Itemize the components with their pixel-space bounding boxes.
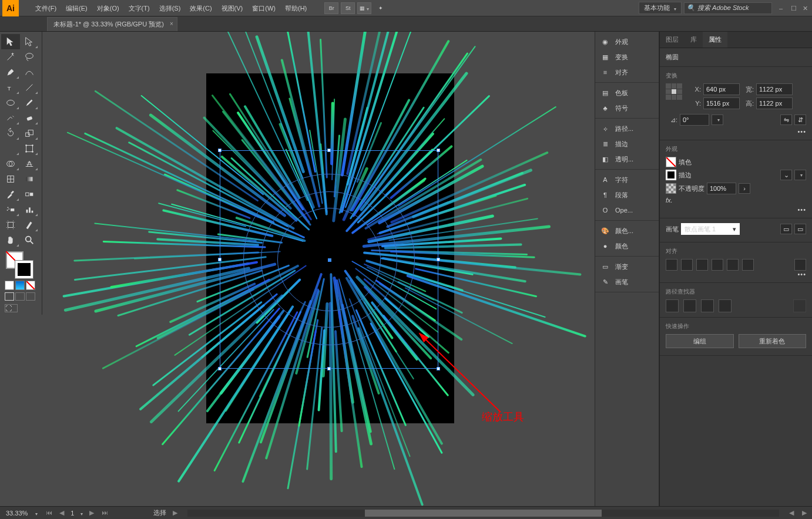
dock-panel-item[interactable]: ▦变换 <box>595 49 659 65</box>
color-mode-gradient[interactable] <box>15 281 25 290</box>
fill-swatch-sm[interactable] <box>666 157 676 167</box>
slice-tool[interactable] <box>20 217 39 232</box>
align-right[interactable] <box>696 259 708 271</box>
zoom-dropdown[interactable] <box>31 510 40 517</box>
dock-panel-item[interactable]: ▤色板 <box>595 85 659 100</box>
align-more-icon[interactable]: ••• <box>666 271 806 278</box>
hand-tool[interactable] <box>1 232 20 248</box>
artboard-next[interactable]: ▶ <box>88 509 96 517</box>
draw-mode-normal[interactable] <box>5 292 14 301</box>
gpu-icon[interactable]: ✦ <box>374 2 388 14</box>
menu-edit[interactable]: 编辑(E) <box>61 0 92 16</box>
selection-handle[interactable] <box>218 149 222 152</box>
selection-handle[interactable] <box>437 367 440 370</box>
artboard-tool[interactable] <box>1 217 20 232</box>
artboard-first[interactable]: ⏮ <box>45 509 53 517</box>
artboard-last[interactable]: ⏭ <box>100 509 109 517</box>
pf-minus[interactable] <box>683 299 696 312</box>
quick-group-button[interactable]: 编组 <box>666 334 734 348</box>
stroke-weight-stepper[interactable]: ⌄ <box>780 170 792 180</box>
w-input[interactable] <box>756 83 793 95</box>
menu-file[interactable]: 文件(F) <box>31 0 61 16</box>
gradient-tool[interactable] <box>20 171 39 187</box>
x-input[interactable] <box>703 83 740 95</box>
selection-tool[interactable] <box>1 34 20 49</box>
brush-opts-2[interactable]: ▭ <box>794 224 806 234</box>
fx-label[interactable]: fx. <box>666 197 673 204</box>
dock-panel-item[interactable]: ♣符号 <box>595 100 659 116</box>
document-tab[interactable]: 未标题-1* @ 33.33% (RGB/GPU 预览) × <box>47 17 177 31</box>
appearance-more-icon[interactable]: ••• <box>666 206 806 213</box>
rotate-tool[interactable] <box>1 126 20 141</box>
ellipse-tool[interactable] <box>1 95 20 110</box>
color-swatches[interactable] <box>1 251 41 278</box>
reference-point-grid[interactable] <box>666 83 682 100</box>
artboard-dropdown[interactable] <box>79 510 83 517</box>
shaper-tool[interactable] <box>1 110 20 126</box>
zoom-value[interactable]: 33.33% <box>4 510 30 517</box>
hscroll-thumb[interactable] <box>365 510 602 517</box>
document-tab-close-icon[interactable]: × <box>170 21 173 27</box>
dock-panel-item[interactable]: ✎画笔 <box>595 274 659 289</box>
dock-panel-item[interactable]: ◉外观 <box>595 34 659 49</box>
selection-handle[interactable] <box>218 367 222 370</box>
symbol-sprayer-tool[interactable] <box>1 202 20 217</box>
align-hcenter[interactable] <box>681 259 693 271</box>
angle-input[interactable] <box>680 114 709 126</box>
angle-dropdown[interactable] <box>712 114 723 125</box>
draw-mode-behind[interactable] <box>15 292 25 301</box>
workspace-switcher[interactable]: 基本功能 <box>639 2 682 14</box>
direct-selection-tool[interactable] <box>20 34 39 49</box>
flip-v-button[interactable]: ⇵ <box>794 114 806 125</box>
tab-layers[interactable]: 图层 <box>660 32 685 48</box>
tab-libraries[interactable]: 库 <box>685 32 703 48</box>
mesh-tool[interactable] <box>1 171 20 187</box>
canvas-area[interactable]: 缩放工具 <box>42 32 595 506</box>
pf-intersect[interactable] <box>701 299 714 312</box>
pf-expand[interactable] <box>793 299 806 312</box>
pen-tool[interactable] <box>1 65 20 80</box>
dock-panel-item[interactable]: ◧透明... <box>595 151 659 167</box>
artboard-prev[interactable]: ◀ <box>58 509 66 517</box>
selection-handle[interactable] <box>437 258 440 261</box>
opacity-input[interactable] <box>707 183 736 194</box>
screen-mode-button[interactable]: ⛶ <box>5 304 18 312</box>
blend-tool[interactable] <box>20 187 39 202</box>
h-input[interactable] <box>756 97 793 109</box>
menu-select[interactable]: 选择(S) <box>155 0 186 16</box>
opacity-arrow[interactable]: › <box>739 183 750 194</box>
menu-help[interactable]: 帮助(H) <box>280 0 311 16</box>
stroke-swatch[interactable] <box>15 261 33 278</box>
dock-panel-item[interactable]: ¶段落 <box>595 187 659 203</box>
menu-object[interactable]: 对象(O) <box>92 0 124 16</box>
dock-panel-item[interactable]: ●颜色 <box>595 238 659 254</box>
dock-panel-item[interactable]: 🎨颜色... <box>595 223 659 238</box>
align-left[interactable] <box>666 259 677 271</box>
eyedropper-tool[interactable] <box>1 187 20 202</box>
tab-properties[interactable]: 属性 <box>703 32 727 48</box>
shape-builder-tool[interactable] <box>1 156 20 171</box>
stroke-weight-dropdown[interactable] <box>794 170 806 180</box>
type-tool[interactable]: T <box>1 80 20 95</box>
align-distribute[interactable] <box>794 259 806 271</box>
artboard-index[interactable]: 1 <box>71 510 74 517</box>
transform-more-icon[interactable]: ••• <box>666 128 806 135</box>
width-tool[interactable] <box>1 141 20 156</box>
align-bottom[interactable] <box>742 259 754 271</box>
menu-effect[interactable]: 效果(C) <box>185 0 216 16</box>
stock-button[interactable]: St <box>341 2 355 14</box>
brush-opts-1[interactable]: ▭ <box>780 224 792 234</box>
curvature-tool[interactable] <box>20 65 39 80</box>
quick-recolor-button[interactable]: 重新着色 <box>739 334 807 348</box>
menu-type[interactable]: 文字(T) <box>124 0 155 16</box>
pf-exclude[interactable] <box>719 299 732 312</box>
lasso-tool[interactable] <box>20 49 39 65</box>
y-input[interactable] <box>703 97 740 109</box>
status-menu[interactable]: ▶ <box>171 509 179 517</box>
eraser-tool[interactable] <box>20 110 39 126</box>
color-mode-none[interactable] <box>26 281 35 290</box>
selection-handle[interactable] <box>437 149 440 152</box>
selection-handle[interactable] <box>327 367 331 370</box>
bridge-button[interactable]: Br <box>324 2 338 14</box>
hscroll-track[interactable] <box>187 510 779 517</box>
